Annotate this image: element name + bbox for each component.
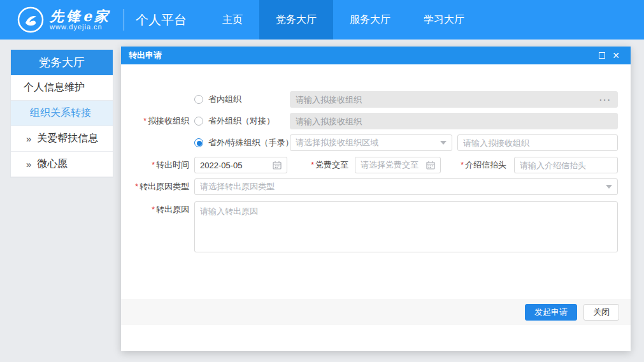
close-button[interactable]: ✕ (609, 48, 623, 62)
nav-item-service-hall[interactable]: 服务大厅 (333, 0, 407, 40)
intro-letter-input[interactable] (514, 157, 618, 173)
radio-label: 省内组织 (208, 94, 241, 105)
nav-item-study-hall[interactable]: 学习大厅 (407, 0, 481, 40)
ellipsis-picker-icon[interactable]: ··· (599, 91, 612, 108)
sidebar-item-label: 个人信息维护 (24, 81, 85, 94)
receiving-org-region-select[interactable]: 请选择拟接收组织区域 (290, 134, 452, 151)
caret-down-icon (440, 141, 447, 145)
chevron-right-icon: » (26, 159, 31, 170)
reason-type-label: *转出原因类型 (121, 178, 189, 195)
receiving-org-field-1-wrap: ··· (290, 91, 618, 108)
receiving-org-input-1 (290, 91, 618, 108)
nav-divider (124, 9, 124, 31)
maximize-button[interactable] (595, 48, 609, 62)
dialog-title: 转出申请 (129, 50, 595, 61)
brand-logo[interactable]: 先锋e家 www.dyejia.cn (17, 6, 111, 34)
sidebar-item-personal-info[interactable]: 个人信息维护 (11, 75, 113, 101)
fee-paid-until-label: *党费交至 (280, 157, 348, 173)
sidebar-item-care-support[interactable]: » 关爱帮扶信息 (11, 126, 113, 152)
required-asterisk: * (152, 205, 155, 214)
sidebar-item-label: 组织关系转接 (30, 106, 91, 120)
chevron-right-icon: » (26, 133, 31, 144)
required-asterisk: * (311, 161, 314, 170)
receiving-org-label: *拟接收组织 (121, 113, 189, 129)
select-placeholder: 请选择党费交至 (361, 159, 426, 171)
calendar-icon (426, 161, 435, 170)
maximize-icon (599, 52, 605, 59)
nav-item-home[interactable]: 主页 (206, 0, 259, 40)
top-navbar: 先锋e家 www.dyejia.cn 个人平台 主页 党务大厅 服务大厅 学习大… (0, 0, 644, 40)
fee-paid-until-picker[interactable]: 请选择党费交至 (355, 157, 441, 173)
transfer-out-dialog: 转出申请 ✕ 省内组织 ··· *拟接收组织 省外组织（对接） 省外/特殊组织（… (121, 47, 631, 351)
brand-name: 先锋e家 (50, 9, 111, 23)
dialog-footer: 发起申请 关闭 (121, 299, 631, 325)
radio-province-internal[interactable]: 省内组织 (194, 91, 241, 108)
receiving-org-input-3[interactable] (457, 134, 618, 151)
required-asterisk: * (152, 161, 155, 170)
sidebar-title: 党务大厅 (11, 50, 113, 75)
radio-label: 省外/特殊组织（手录） (208, 137, 294, 148)
reason-textarea[interactable] (194, 201, 618, 252)
required-asterisk: * (461, 161, 464, 170)
dialog-titlebar[interactable]: 转出申请 ✕ (121, 47, 631, 64)
transfer-date-picker[interactable]: 2022-05-05 (194, 157, 287, 173)
logo-icon (17, 6, 45, 34)
submit-application-button[interactable]: 发起申请 (525, 304, 577, 321)
transfer-date-label: *转出时间 (121, 157, 189, 173)
radio-province-external-manual[interactable]: 省外/特殊组织（手录） (194, 134, 294, 151)
sidebar-item-label: 关爱帮扶信息 (37, 132, 98, 145)
transfer-date-value: 2022-05-05 (200, 161, 243, 170)
radio-icon (194, 117, 203, 126)
radio-checked-icon (194, 138, 203, 147)
sidebar-item-label: 微心愿 (37, 157, 68, 171)
sidebar-item-org-transfer[interactable]: 组织关系转接 (11, 101, 113, 126)
platform-title: 个人平台 (136, 11, 187, 29)
close-dialog-button[interactable]: 关闭 (583, 304, 619, 321)
reason-label: *转出原因 (121, 201, 189, 218)
radio-label: 省外组织（对接） (208, 115, 275, 127)
nav-item-party-hall[interactable]: 党务大厅 (259, 0, 333, 40)
select-placeholder: 请选择拟接收组织区域 (296, 137, 436, 148)
radio-icon (194, 95, 203, 104)
radio-province-external-docking[interactable]: 省外组织（对接） (194, 113, 275, 129)
select-placeholder: 请选择转出原因类型 (200, 181, 602, 192)
sidebar: 党务大厅 个人信息维护 组织关系转接 » 关爱帮扶信息 » 微心愿 (10, 50, 113, 178)
close-icon: ✕ (612, 51, 620, 60)
required-asterisk: * (135, 182, 138, 191)
caret-down-icon (606, 185, 612, 189)
receiving-org-input-2 (290, 113, 618, 129)
brand-url: www.dyejia.cn (50, 23, 111, 31)
required-asterisk: * (143, 117, 147, 126)
sidebar-item-micro-wish[interactable]: » 微心愿 (11, 152, 113, 177)
reason-type-select[interactable]: 请选择转出原因类型 (194, 178, 618, 195)
intro-letter-label: *介绍信抬头 (441, 157, 506, 173)
nav-menu: 主页 党务大厅 服务大厅 学习大厅 (206, 0, 481, 40)
dialog-body: 省内组织 ··· *拟接收组织 省外组织（对接） 省外/特殊组织（手录） 请选择… (121, 64, 631, 325)
